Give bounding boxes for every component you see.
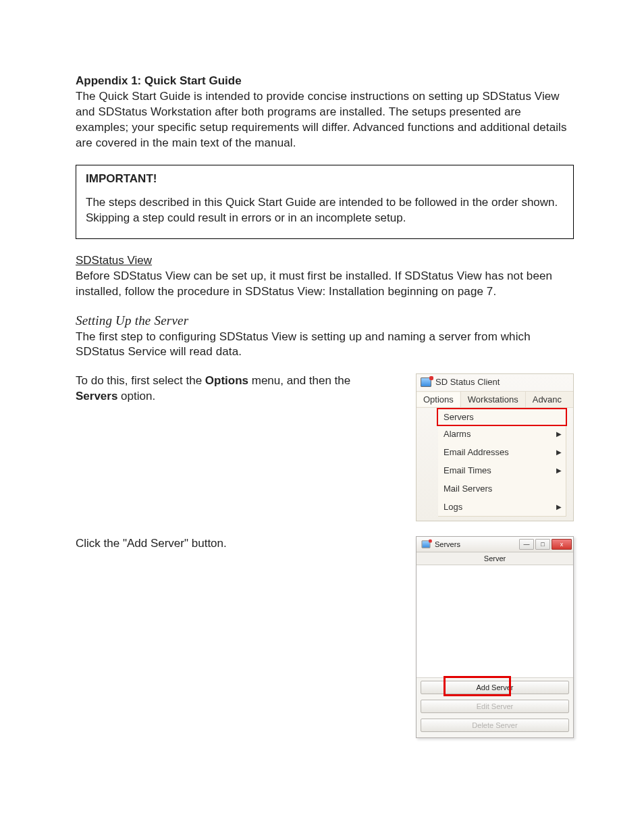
- delete-server-row: Delete Server: [417, 719, 573, 737]
- submenu-arrow-icon: ▶: [556, 448, 562, 456]
- step1-servers-bold: Servers: [76, 390, 117, 402]
- sdstatus-view-paragraph: Before SDStatus View can be set up, it m…: [76, 269, 574, 300]
- dialog-title: Servers: [435, 540, 460, 548]
- options-menu-screenshot: SD Status Client Options Workstations Ad…: [416, 373, 574, 521]
- close-button[interactable]: x: [552, 539, 572, 550]
- column-header-server: Server: [417, 552, 573, 565]
- dialog-titlebar: Servers — □ x: [417, 537, 573, 552]
- delete-server-button[interactable]: Delete Server: [421, 719, 569, 732]
- app-title: SD Status Client: [435, 377, 500, 387]
- important-text: The steps described in this Quick Start …: [86, 195, 564, 226]
- server-list[interactable]: [417, 565, 573, 678]
- menu-item-alarms[interactable]: Alarms ▶: [438, 425, 566, 443]
- menubar-advanced[interactable]: Advanc: [526, 392, 568, 407]
- intro-paragraph: The Quick Start Guide is intended to pro…: [76, 89, 574, 151]
- menu-item-label: Alarms: [444, 429, 471, 439]
- menubar: Options Workstations Advanc: [417, 391, 573, 408]
- minimize-button[interactable]: —: [519, 539, 534, 550]
- important-title: IMPORTANT!: [86, 172, 564, 186]
- options-dropdown: Servers Alarms ▶ Email Addresses ▶ Email…: [438, 408, 566, 517]
- important-box: IMPORTANT! The steps described in this Q…: [76, 165, 574, 239]
- menu-item-email-times[interactable]: Email Times ▶: [438, 461, 566, 479]
- menu-item-email-addresses[interactable]: Email Addresses ▶: [438, 443, 566, 461]
- menu-item-servers[interactable]: Servers: [442, 412, 563, 422]
- sdstatus-view-heading: SDStatus View: [76, 254, 574, 267]
- submenu-arrow-icon: ▶: [556, 430, 562, 438]
- window-controls: — □ x: [519, 539, 572, 550]
- add-server-button[interactable]: Add Server: [421, 681, 569, 694]
- edit-server-row: Edit Server: [417, 700, 573, 719]
- servers-dialog-screenshot: Servers — □ x Server Add Server Edit Ser…: [416, 536, 574, 738]
- step2-text: Click the "Add Server" button.: [76, 536, 389, 738]
- step1-text: To do this, first select the Options men…: [76, 373, 389, 521]
- menu-item-label: Servers: [444, 412, 474, 422]
- setting-up-paragraph: The first step to configuring SDStatus V…: [76, 330, 574, 361]
- menu-item-logs[interactable]: Logs ▶: [438, 498, 566, 516]
- appendix-heading: Appendix 1: Quick Start Guide: [76, 74, 574, 88]
- app-icon: [421, 377, 431, 387]
- app-titlebar: SD Status Client: [417, 374, 573, 391]
- menu-item-label: Email Addresses: [444, 447, 509, 457]
- menu-item-label: Mail Servers: [444, 484, 492, 494]
- step1-mid: menu, and then the: [248, 374, 350, 387]
- menu-item-mail-servers[interactable]: Mail Servers: [438, 479, 566, 498]
- maximize-button[interactable]: □: [535, 539, 550, 550]
- step1-options-bold: Options: [205, 374, 248, 387]
- step1-post: option.: [117, 390, 155, 402]
- submenu-arrow-icon: ▶: [556, 467, 562, 474]
- submenu-arrow-icon: ▶: [556, 503, 562, 511]
- menubar-workstations[interactable]: Workstations: [461, 392, 526, 407]
- step1-pre: To do this, first select the: [76, 374, 205, 387]
- add-server-row: Add Server: [417, 678, 573, 700]
- edit-server-button[interactable]: Edit Server: [421, 700, 569, 713]
- highlight-servers: Servers: [437, 408, 567, 426]
- dialog-icon: [422, 541, 431, 548]
- setting-up-heading: Setting Up the Server: [76, 313, 574, 328]
- menu-item-label: Email Times: [444, 465, 491, 475]
- menubar-options[interactable]: Options: [417, 392, 461, 407]
- menu-item-label: Logs: [444, 502, 462, 512]
